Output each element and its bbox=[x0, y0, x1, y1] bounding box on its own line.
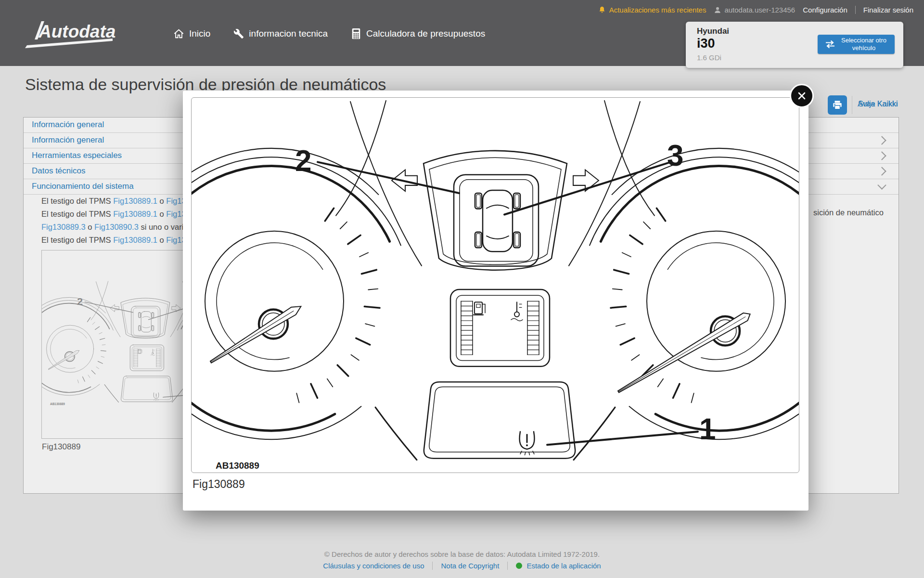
username: autodata.user-123456 bbox=[724, 6, 795, 14]
body-text-line: Fig130889.3 o Fig130890.3 si uno o vario… bbox=[41, 221, 184, 234]
sidebar-item-label: Herramientas especiales bbox=[32, 151, 122, 160]
body-text-line: El testigo del TPMS Fig130889.1 o Fig130… bbox=[41, 195, 184, 208]
figure-canvas bbox=[191, 97, 799, 473]
logout-link[interactable]: Finalizar sesión bbox=[863, 6, 913, 14]
nav-label-technical-info: informacion tecnica bbox=[249, 28, 328, 39]
logo-text: Autodata bbox=[38, 22, 116, 41]
utility-divider bbox=[855, 6, 856, 14]
actions-divider bbox=[852, 96, 852, 114]
sidebar-item-label: Información general bbox=[32, 120, 104, 130]
latest-updates-label: Actualizaciones más recientes bbox=[609, 6, 706, 14]
figure-link[interactable]: Fig130889.3 bbox=[41, 223, 86, 231]
vehicle-model: i30 bbox=[697, 36, 715, 51]
utility-bar: Actualizaciones más recientes autodata.u… bbox=[598, 6, 913, 14]
app-status-link[interactable]: Estado de la aplicación bbox=[526, 562, 601, 570]
nav-label-estimate-calculator: Calculadora de presupuestos bbox=[366, 28, 485, 39]
cluster-thumbnail-figure bbox=[42, 280, 187, 407]
figure-link[interactable]: Fig130890 bbox=[166, 197, 184, 205]
chevron-right-icon bbox=[877, 167, 886, 175]
swap-arrows-icon bbox=[824, 40, 836, 49]
body-text-line: El testigo del TPMS Fig130889.1 o Fig130… bbox=[41, 234, 184, 247]
collapse-all-link[interactable]: Sulje Kaikki bbox=[858, 100, 898, 108]
chevron-down-icon bbox=[877, 181, 886, 189]
nav-label-home: Inicio bbox=[189, 28, 210, 39]
wrench-icon bbox=[233, 28, 244, 39]
nav-item-home[interactable]: Inicio bbox=[173, 28, 210, 39]
figure-modal: Fig130889 bbox=[183, 91, 808, 511]
figure-link[interactable]: Fig130889.1 bbox=[113, 236, 157, 244]
user-account[interactable]: autodata.user-123456 bbox=[714, 6, 795, 14]
sidebar-item-label: Datos técnicos bbox=[32, 166, 86, 176]
printer-icon bbox=[832, 100, 843, 110]
footer-divider bbox=[507, 562, 508, 570]
figure-link[interactable]: Fig130890.3 bbox=[94, 223, 139, 231]
chevron-right-icon bbox=[877, 136, 886, 144]
chevron-right-icon bbox=[877, 151, 886, 160]
autodata-logo-icon: Autodata bbox=[23, 17, 119, 49]
thumbnail-caption: Fig130889 bbox=[42, 442, 80, 452]
bell-icon bbox=[598, 6, 606, 14]
calculator-icon bbox=[351, 28, 361, 39]
cluster-figure bbox=[192, 98, 799, 473]
latest-updates-link[interactable]: Actualizaciones más recientes bbox=[598, 6, 706, 14]
sidebar-item-label: Funcionamiento del sistema bbox=[32, 182, 134, 191]
expand-collapse-actions: Avaa Kaikki Sulje Kaikki bbox=[858, 100, 902, 111]
figure-link[interactable]: Fig130890 bbox=[166, 210, 184, 218]
figure-thumbnail[interactable] bbox=[41, 250, 187, 439]
select-other-vehicle-button[interactable]: Seleccionar otro vehículo bbox=[818, 35, 895, 54]
vehicle-make: Hyundai bbox=[697, 26, 729, 36]
system-operation-text: El testigo del TPMS Fig130889.1 o Fig130… bbox=[41, 195, 184, 247]
figure-link[interactable]: Fig130889.1 bbox=[113, 210, 157, 218]
app-status-icon bbox=[516, 563, 522, 569]
select-other-vehicle-label: Seleccionar otro vehículo bbox=[840, 37, 888, 53]
sidebar-item-label: Información general bbox=[32, 135, 104, 145]
vehicle-card: Hyundai i30 1.6 GDi Seleccionar otro veh… bbox=[686, 22, 903, 68]
settings-link[interactable]: Configuración bbox=[803, 6, 847, 14]
terms-link[interactable]: Cláusulas y condiciones de uso bbox=[323, 562, 424, 570]
main-nav: Inicio informacion tecnica Calculadora d… bbox=[173, 28, 485, 39]
nav-item-technical-info[interactable]: informacion tecnica bbox=[233, 28, 328, 39]
footer-links: Cláusulas y condiciones de uso Nota de C… bbox=[0, 562, 924, 570]
copyright-note-link[interactable]: Nota de Copyright bbox=[441, 562, 499, 570]
print-button[interactable] bbox=[828, 95, 847, 115]
figure-caption: Fig130889 bbox=[192, 478, 245, 491]
nav-item-estimate-calculator[interactable]: Calculadora de presupuestos bbox=[351, 28, 485, 39]
footer-divider bbox=[432, 562, 433, 570]
user-icon bbox=[714, 6, 721, 14]
home-icon bbox=[173, 28, 184, 39]
autodata-logo[interactable]: Autodata bbox=[23, 17, 119, 49]
body-text-fragment: sición de neumático bbox=[813, 208, 884, 217]
modal-close-button[interactable] bbox=[790, 84, 814, 108]
copyright-text: © Derechos de autor y derechos sobre la … bbox=[0, 550, 924, 558]
body-text-line: El testigo del TPMS Fig130889.1 o Fig130… bbox=[41, 208, 184, 221]
figure-link[interactable]: Fig130890 bbox=[166, 236, 184, 244]
close-icon bbox=[797, 91, 807, 101]
vehicle-engine: 1.6 GDi bbox=[697, 53, 721, 62]
figure-link[interactable]: Fig130889.1 bbox=[113, 197, 157, 205]
